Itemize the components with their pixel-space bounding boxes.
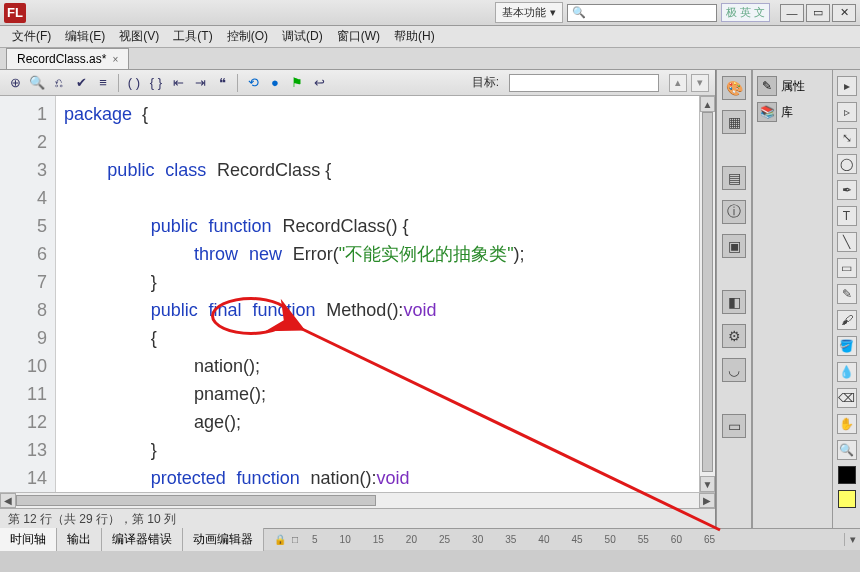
scroll-up-icon[interactable]: ▲ bbox=[700, 96, 715, 112]
line-gutter: 123 456 789 101112 131415 bbox=[0, 96, 56, 492]
hint-icon[interactable]: ⎌ bbox=[50, 74, 68, 92]
fill-swatch[interactable] bbox=[838, 490, 856, 508]
target-label: 目标: bbox=[472, 74, 499, 91]
chevron-down-icon: ▾ bbox=[550, 6, 556, 19]
title-bar: FL 基本功能 ▾ 🔍 极 英 文 — ▭ ✕ bbox=[0, 0, 860, 26]
collapse-icon[interactable]: { } bbox=[147, 74, 165, 92]
hscroll-thumb[interactable] bbox=[16, 495, 376, 506]
align-panel-icon[interactable]: ▤ bbox=[722, 166, 746, 190]
status-bar: 第 12 行（共 29 行），第 10 列 bbox=[0, 508, 715, 528]
motion-panel-icon[interactable]: ◡ bbox=[722, 358, 746, 382]
check-icon[interactable]: ✔ bbox=[72, 74, 90, 92]
eyedropper-tool-icon[interactable]: 💧 bbox=[837, 362, 857, 382]
breakpoint-icon[interactable]: ● bbox=[266, 74, 284, 92]
tab-timeline[interactable]: 时间轴 bbox=[0, 528, 57, 551]
indent-icon[interactable]: ⇥ bbox=[191, 74, 209, 92]
menu-window[interactable]: 窗口(W) bbox=[331, 26, 386, 47]
target-combo[interactable] bbox=[509, 74, 659, 92]
nav-down-icon[interactable]: ▾ bbox=[691, 74, 709, 92]
bookmark-icon[interactable]: ⚑ bbox=[288, 74, 306, 92]
workspace-label: 基本功能 bbox=[502, 5, 546, 20]
wrap-icon[interactable]: ↩ bbox=[310, 74, 328, 92]
menu-control[interactable]: 控制(O) bbox=[221, 26, 274, 47]
minimize-button[interactable]: — bbox=[780, 4, 804, 22]
stroke-swatch[interactable] bbox=[838, 466, 856, 484]
pen-tool-icon[interactable]: ✒ bbox=[837, 180, 857, 200]
menu-view[interactable]: 视图(V) bbox=[113, 26, 165, 47]
menu-file[interactable]: 文件(F) bbox=[6, 26, 57, 47]
panel-menu-icon[interactable]: ▾ bbox=[844, 533, 860, 546]
swatches-panel-icon[interactable]: ▦ bbox=[722, 110, 746, 134]
outdent-icon[interactable]: ⇤ bbox=[169, 74, 187, 92]
add-icon[interactable]: ⊕ bbox=[6, 74, 24, 92]
ime-badge: 极 英 文 bbox=[721, 3, 770, 22]
tab-label: RecordClass.as* bbox=[17, 52, 106, 66]
text-tool-icon[interactable]: T bbox=[837, 206, 857, 226]
properties-panel-tab[interactable]: ✎ 属性 bbox=[757, 76, 828, 96]
line-tool-icon[interactable]: ╲ bbox=[837, 232, 857, 252]
scroll-left-icon[interactable]: ◀ bbox=[0, 493, 16, 508]
tab-output[interactable]: 输出 bbox=[57, 528, 102, 551]
behaviors-panel-icon[interactable]: ⚙ bbox=[722, 324, 746, 348]
free-transform-tool-icon[interactable]: ⤡ bbox=[837, 128, 857, 148]
nav-up-icon[interactable]: ▴ bbox=[669, 74, 687, 92]
document-tab[interactable]: RecordClass.as* × bbox=[6, 48, 129, 69]
lasso-tool-icon[interactable]: ◯ bbox=[837, 154, 857, 174]
debug-icon[interactable]: ⟲ bbox=[244, 74, 262, 92]
tab-compiler-errors[interactable]: 编译器错误 bbox=[102, 528, 183, 551]
components-panel-icon[interactable]: ◧ bbox=[722, 290, 746, 314]
library-icon: 📚 bbox=[757, 102, 777, 122]
search-input[interactable]: 🔍 bbox=[567, 4, 717, 22]
eraser-tool-icon[interactable]: ⌫ bbox=[837, 388, 857, 408]
brush-tool-icon[interactable]: 🖌 bbox=[837, 310, 857, 330]
tools-panel: ▸ ▹ ⤡ ◯ ✒ T ╲ ▭ ✎ 🖌 🪣 💧 ⌫ ✋ 🔍 bbox=[832, 70, 860, 528]
panel-dock-left: 🎨 ▦ ▤ ⓘ ▣ ◧ ⚙ ◡ ▭ bbox=[716, 70, 752, 528]
workspace-dropdown[interactable]: 基本功能 ▾ bbox=[495, 2, 563, 23]
menu-bar: 文件(F) 编辑(E) 视图(V) 工具(T) 控制(O) 调试(D) 窗口(W… bbox=[0, 26, 860, 48]
panel-dock-right: ✎ 属性 📚 库 bbox=[752, 70, 832, 528]
bottom-panel-tabs: 时间轴 输出 编译器错误 动画编辑器 🔒□ 5 10 15 20 25 30 3… bbox=[0, 528, 860, 550]
menu-tools[interactable]: 工具(T) bbox=[167, 26, 218, 47]
search-icon: 🔍 bbox=[572, 6, 586, 19]
comment-icon[interactable]: ❝ bbox=[213, 74, 231, 92]
zoom-tool-icon[interactable]: 🔍 bbox=[837, 440, 857, 460]
code-content[interactable]: package { public class RecordClass { pub… bbox=[56, 96, 699, 492]
format-icon[interactable]: ≡ bbox=[94, 74, 112, 92]
selection-tool-icon[interactable]: ▸ bbox=[837, 76, 857, 96]
subselect-tool-icon[interactable]: ▹ bbox=[837, 102, 857, 122]
library-panel-tab[interactable]: 📚 库 bbox=[757, 102, 828, 122]
hand-tool-icon[interactable]: ✋ bbox=[837, 414, 857, 434]
menu-edit[interactable]: 编辑(E) bbox=[59, 26, 111, 47]
code-toolbar: ⊕ 🔍 ⎌ ✔ ≡ ( ) { } ⇤ ⇥ ❝ ⟲ ● ⚑ ↩ 目标: ▴ ▾ bbox=[0, 70, 715, 96]
menu-help[interactable]: 帮助(H) bbox=[388, 26, 441, 47]
transform-panel-icon[interactable]: ▣ bbox=[722, 234, 746, 258]
bucket-tool-icon[interactable]: 🪣 bbox=[837, 336, 857, 356]
scroll-thumb[interactable] bbox=[702, 112, 713, 472]
document-tab-bar: RecordClass.as* × bbox=[0, 48, 860, 70]
color-panel-icon[interactable]: 🎨 bbox=[722, 76, 746, 100]
rect-tool-icon[interactable]: ▭ bbox=[837, 258, 857, 278]
info-panel-icon[interactable]: ⓘ bbox=[722, 200, 746, 224]
tab-motion-editor[interactable]: 动画编辑器 bbox=[183, 528, 264, 551]
maximize-button[interactable]: ▭ bbox=[806, 4, 830, 22]
properties-icon: ✎ bbox=[757, 76, 777, 96]
close-button[interactable]: ✕ bbox=[832, 4, 856, 22]
scroll-down-icon[interactable]: ▼ bbox=[700, 476, 715, 492]
horizontal-scrollbar[interactable]: ◀ ▶ bbox=[0, 492, 715, 508]
find-icon[interactable]: 🔍 bbox=[28, 74, 46, 92]
project-panel-icon[interactable]: ▭ bbox=[722, 414, 746, 438]
close-icon[interactable]: × bbox=[112, 54, 118, 65]
scroll-right-icon[interactable]: ▶ bbox=[699, 493, 715, 508]
timeline-ruler: 🔒□ 5 10 15 20 25 30 35 40 45 50 55 60 65 bbox=[264, 534, 844, 545]
vertical-scrollbar[interactable]: ▲ ▼ bbox=[699, 96, 715, 492]
pencil-tool-icon[interactable]: ✎ bbox=[837, 284, 857, 304]
brace-icon[interactable]: ( ) bbox=[125, 74, 143, 92]
app-logo: FL bbox=[4, 3, 26, 23]
code-editor-area: ⊕ 🔍 ⎌ ✔ ≡ ( ) { } ⇤ ⇥ ❝ ⟲ ● ⚑ ↩ 目标: ▴ ▾ … bbox=[0, 70, 716, 528]
menu-debug[interactable]: 调试(D) bbox=[276, 26, 329, 47]
